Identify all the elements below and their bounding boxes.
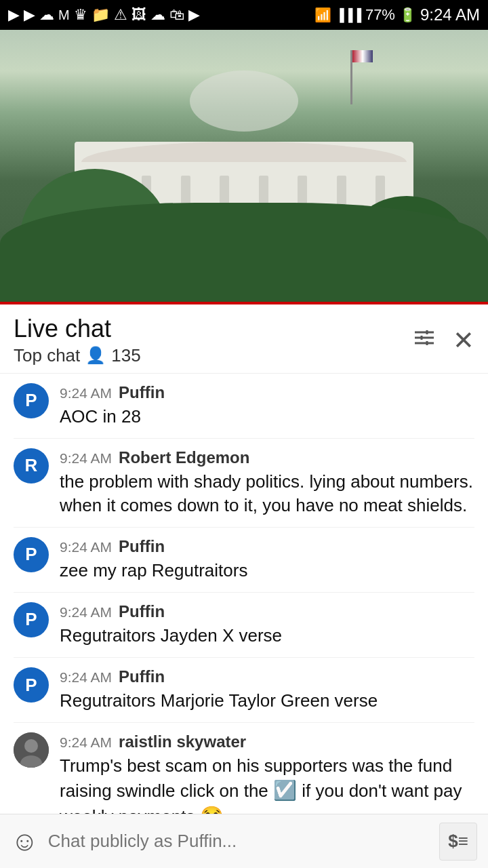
- message-time: 9:24 AM: [60, 734, 112, 751]
- message-author: Puffin: [119, 667, 165, 686]
- clock: 9:24 AM: [420, 5, 480, 24]
- dome: [190, 71, 298, 132]
- message-content: 9:24 AM Puffin Regutraitors Jayden X ver…: [60, 602, 474, 648]
- message-meta: 9:24 AM Puffin: [60, 667, 474, 686]
- viewer-icon: 👤: [85, 346, 106, 365]
- avatar: P: [14, 383, 49, 418]
- message-author: Robert Edgemon: [119, 448, 249, 467]
- viewer-count: 135: [111, 345, 140, 366]
- emoji-button[interactable]: ☺: [11, 826, 39, 856]
- message-text: zee my rap Regutraitors: [60, 559, 474, 583]
- cloud-icon: ☁: [39, 6, 54, 24]
- crown-icon: ♛: [74, 6, 87, 24]
- message-content: 9:24 AM Robert Edgemon the problem with …: [60, 448, 474, 517]
- avatar: P: [14, 667, 49, 703]
- play-icon: ▶: [8, 6, 20, 24]
- list-item: R 9:24 AM Robert Edgemon the problem wit…: [0, 439, 488, 527]
- bag-icon: 🛍: [169, 6, 184, 24]
- alert-icon: ⚠: [114, 6, 127, 24]
- message-text: Regutraitors Jayden X verse: [60, 624, 474, 648]
- avatar: P: [14, 602, 49, 637]
- message-time: 9:24 AM: [60, 539, 112, 555]
- video-progress-bar[interactable]: [0, 302, 488, 304]
- dollar-icon: $≡: [448, 831, 468, 852]
- chat-header-labels: Live chat Top chat 👤 135: [14, 315, 141, 366]
- status-icons: ▶ ▶ ☁ M ♛ 📁 ⚠ 🖼 ☁ 🛍 ▶: [8, 6, 200, 24]
- message-text: AOC in 28: [60, 405, 474, 429]
- signal-icon: ▐▐▐: [336, 8, 361, 22]
- message-time: 9:24 AM: [60, 385, 112, 401]
- message-content: 9:24 AM Puffin Regutraitors Marjorie Tay…: [60, 667, 474, 713]
- cloud2-icon: ☁: [150, 6, 165, 24]
- message-meta: 9:24 AM Puffin: [60, 537, 474, 556]
- message-content: 9:24 AM Puffin AOC in 28: [60, 383, 474, 429]
- message-meta: 9:24 AM Robert Edgemon: [60, 448, 474, 467]
- message-author: Puffin: [119, 602, 165, 621]
- chat-header: Live chat Top chat 👤 135 ✕: [0, 304, 488, 374]
- message-meta: 9:24 AM Puffin: [60, 602, 474, 621]
- status-indicators: 📶 ▐▐▐ 77% 🔋 9:24 AM: [314, 5, 480, 24]
- m-icon: M: [58, 7, 70, 23]
- checkbox-emoji: ☑️: [273, 780, 297, 801]
- video-player[interactable]: [0, 30, 488, 304]
- battery-percent: 77%: [365, 6, 395, 24]
- battery-icon: 🔋: [399, 7, 416, 23]
- yt-icon: ▶: [24, 6, 35, 24]
- status-bar: ▶ ▶ ☁ M ♛ 📁 ⚠ 🖼 ☁ 🛍 ▶ 📶 ▐▐▐ 77% 🔋 9:24 A…: [0, 0, 488, 30]
- send-superchat-button[interactable]: $≡: [439, 823, 477, 861]
- avatar: P: [14, 537, 49, 572]
- list-item: P 9:24 AM Puffin Regutraitors Marjorie T…: [0, 658, 488, 722]
- message-author: Puffin: [119, 537, 165, 556]
- list-item: P 9:24 AM Puffin zee my rap Regutraitors: [0, 528, 488, 592]
- message-text: the problem with shady politics. lying a…: [60, 470, 474, 517]
- message-time: 9:24 AM: [60, 450, 112, 467]
- message-time: 9:24 AM: [60, 669, 112, 686]
- avatar: [14, 732, 49, 768]
- chat-header-controls: ✕: [412, 326, 474, 356]
- flag: [352, 50, 373, 62]
- list-item: P 9:24 AM Puffin Regutraitors Jayden X v…: [0, 593, 488, 657]
- list-item: P 9:24 AM Puffin AOC in 28: [0, 374, 488, 438]
- play2-icon: ▶: [188, 6, 200, 24]
- image-icon: 🖼: [131, 6, 146, 24]
- live-chat-title: Live chat: [14, 315, 141, 342]
- top-chat-row: Top chat 👤 135: [14, 345, 141, 366]
- message-author: Puffin: [119, 383, 165, 402]
- chat-input-bar: ☺ $≡: [0, 814, 488, 868]
- folder-icon: 📁: [92, 6, 110, 24]
- svg-point-7: [24, 739, 38, 753]
- message-content: 9:24 AM Puffin zee my rap Regutraitors: [60, 537, 474, 583]
- tree-foreground: [0, 203, 488, 304]
- filter-icon[interactable]: [412, 326, 436, 356]
- message-meta: 9:24 AM raistlin skywater: [60, 732, 474, 751]
- avatar: R: [14, 448, 49, 484]
- message-author: raistlin skywater: [119, 732, 246, 751]
- close-icon[interactable]: ✕: [453, 326, 474, 355]
- flagpole: [350, 50, 352, 104]
- message-text: Regutraitors Marjorie Taylor Green verse: [60, 689, 474, 713]
- message-meta: 9:24 AM Puffin: [60, 383, 474, 402]
- chat-input[interactable]: [48, 831, 430, 852]
- message-time: 9:24 AM: [60, 604, 112, 620]
- chat-messages-list: P 9:24 AM Puffin AOC in 28 R 9:24 AM Rob…: [0, 374, 488, 868]
- wifi-icon: 📶: [314, 7, 331, 23]
- top-chat-label: Top chat: [14, 345, 80, 366]
